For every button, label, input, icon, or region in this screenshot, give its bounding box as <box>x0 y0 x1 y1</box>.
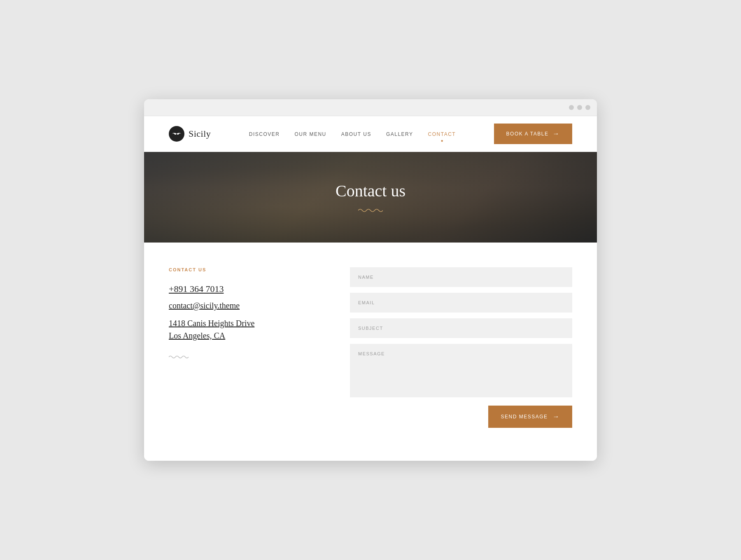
browser-dot-3 <box>585 105 590 110</box>
nav-links: DISCOVER OUR MENU ABOUT US GALLERY CONTA… <box>249 130 456 138</box>
nav-link-discover[interactable]: DISCOVER <box>249 131 280 137</box>
nav-item-ourmenu[interactable]: OUR MENU <box>294 130 326 138</box>
book-table-label: BOOK A TABLE <box>506 131 549 137</box>
subject-input[interactable] <box>350 318 572 338</box>
contact-info-label: CONTACT US <box>169 267 325 272</box>
message-input[interactable] <box>350 344 572 397</box>
nav-item-contact[interactable]: CONTACT <box>428 130 456 138</box>
hero-title: Contact us <box>336 181 405 201</box>
browser-dot-1 <box>569 105 574 110</box>
contact-form: SEND MESSAGE → <box>350 267 572 428</box>
send-message-button[interactable]: SEND MESSAGE → <box>488 406 572 428</box>
nav-link-contact[interactable]: CONTACT <box>428 131 456 137</box>
navbar: Sicily DISCOVER OUR MENU ABOUT US GALLER… <box>144 116 597 152</box>
hero-content: Contact us <box>336 181 405 214</box>
main-content: CONTACT US +891 364 7013 contact@sicily.… <box>144 243 597 461</box>
contact-address[interactable]: 1418 Canis Heights Drive Los Angeles, CA <box>169 317 325 342</box>
nav-item-gallery[interactable]: GALLERY <box>386 130 413 138</box>
send-message-arrow: → <box>553 413 560 420</box>
wave-small-icon <box>169 354 189 360</box>
browser-dot-2 <box>577 105 582 110</box>
browser-dots <box>569 105 590 110</box>
browser-chrome <box>144 99 597 116</box>
logo[interactable]: Sicily <box>169 126 211 142</box>
send-message-label: SEND MESSAGE <box>501 414 548 420</box>
hero-section: Contact us <box>144 152 597 243</box>
contact-phone[interactable]: +891 364 7013 <box>169 284 325 294</box>
nav-link-aboutus[interactable]: ABOUT US <box>341 131 371 137</box>
nav-link-gallery[interactable]: GALLERY <box>386 131 413 137</box>
contact-wave-decoration <box>169 354 325 362</box>
mustache-icon <box>172 131 181 137</box>
book-table-button[interactable]: BOOK A TABLE → <box>494 124 572 144</box>
logo-text: Sicily <box>189 128 211 139</box>
contact-info-section: CONTACT US +891 364 7013 contact@sicily.… <box>169 267 325 428</box>
browser-window: Sicily DISCOVER OUR MENU ABOUT US GALLER… <box>144 99 597 461</box>
contact-email[interactable]: contact@sicily.theme <box>169 301 325 310</box>
nav-item-discover[interactable]: DISCOVER <box>249 130 280 138</box>
contact-address-line2: Los Angeles, CA <box>169 331 225 340</box>
nav-item-aboutus[interactable]: ABOUT US <box>341 130 371 138</box>
contact-address-line1: 1418 Canis Heights Drive <box>169 319 254 328</box>
name-input[interactable] <box>350 267 572 287</box>
email-input[interactable] <box>350 293 572 313</box>
hero-wave-decoration <box>336 207 405 214</box>
wave-icon <box>358 207 383 214</box>
nav-link-ourmenu[interactable]: OUR MENU <box>294 131 326 137</box>
logo-icon <box>169 126 184 142</box>
book-table-arrow: → <box>552 130 560 138</box>
